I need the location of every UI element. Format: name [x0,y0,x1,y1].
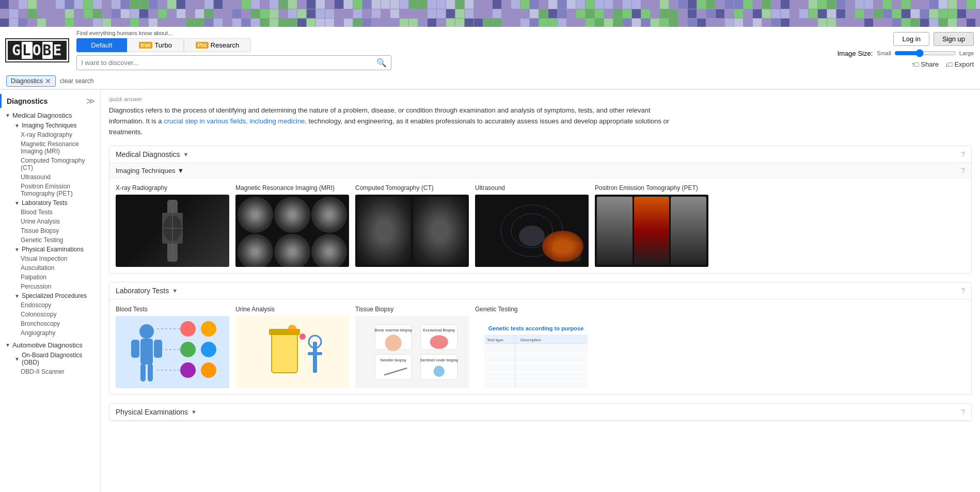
image-size-slider[interactable] [894,49,956,57]
sidebar-item-bronchoscopy[interactable]: Bronchoscopy [0,319,100,328]
subsection-arrow-imaging: ▼ [177,167,184,174]
image-ultrasound [475,195,589,267]
section-header-medical[interactable]: Medical Diagnostics ▼ ? [109,146,971,163]
sidebar-item-mri[interactable]: Magnetic Resonance Imaging (MRI) [0,139,100,156]
svg-point-11 [139,324,154,339]
section-lab-tests: Laboratory Tests ▼ ? Blood Tests [109,282,972,395]
sidebar-subcategory-specialized[interactable]: ▼ Specialized Procedures [0,291,100,300]
login-button[interactable]: Log in [893,32,929,46]
subsection-header-imaging: Imaging Techniques ▼ ? [109,163,971,178]
filter-tag-close[interactable]: ✕ [45,77,51,85]
sidebar-subcategory-lab[interactable]: ▼ Laboratory Tests [0,198,100,208]
sidebar-item-palpation[interactable]: Palpation [0,273,100,282]
sidebar-item-obd2[interactable]: OBD-II Scanner [0,367,100,376]
image-ct [355,195,469,267]
image-card-genetic[interactable]: Genetic Testing Genetic tests according … [475,306,589,388]
header-top: GLOBE Find everything humans know about.… [0,27,980,73]
svg-text:Needle biopsy: Needle biopsy [380,358,406,362]
sidebar-item-urine[interactable]: Urine Analysis [0,217,100,226]
quick-answer-label: quick answer [109,96,972,102]
filter-tag-diagnostics[interactable]: Diagnostics ✕ [6,75,56,87]
sidebar-collapse-button[interactable]: ≫ [86,96,95,106]
svg-point-37 [385,335,402,352]
sidebar-category-automotive[interactable]: ▼ Automotive Diagnostics [0,340,100,351]
imaging-techniques-grid: X-ray Radiography Magnetic Resonance Ima [109,178,971,273]
svg-text:Bone marrow biopsy: Bone marrow biopsy [374,328,412,333]
tab-turbo[interactable]: true Turbo [127,38,184,52]
svg-point-8 [519,226,545,246]
content-area: quick answer Diagnostics refers to the p… [101,90,980,492]
section-help-medical[interactable]: ? [961,150,965,158]
share-icon: ↑□ [911,60,919,68]
share-button[interactable]: ↑□ Share [911,60,939,68]
filter-row: Diagnostics ✕ clear search [0,73,980,89]
section-medical-diagnostics: Medical Diagnostics ▼ ? Imaging Techniqu… [109,146,972,274]
image-card-pet[interactable]: Positron Emission Tomography (PET) [595,184,708,267]
clear-search-link[interactable]: clear search [60,77,93,85]
svg-point-18 [201,321,216,337]
svg-text:Genetic tests according to pur: Genetic tests according to purpose [488,325,584,331]
svg-rect-29 [313,342,317,373]
svg-rect-52 [484,363,588,372]
svg-rect-9 [552,241,581,262]
image-card-biopsy[interactable]: Tissue Biopsy Bone marrow biopsy Excisio… [355,306,469,388]
sidebar-subcategory-physical[interactable]: ▼ Physical Examinations [0,245,100,254]
image-card-mri[interactable]: Magnetic Resonance Imaging (MRI) [235,184,349,267]
svg-point-19 [180,342,196,357]
tab-default[interactable]: Default [76,38,127,52]
sidebar-item-colonoscopy[interactable]: Colonoscopy [0,310,100,319]
svg-point-22 [201,362,216,378]
sidebar-title-row: Diagnostics ≫ [0,94,100,108]
sidebar-item-ct[interactable]: Computed Tomography (CT) [0,156,100,172]
image-size-row: Image Size: Small Large [837,49,974,57]
sidebar-item-visual[interactable]: Visual Inspection [0,254,100,263]
sidebar-item-angiography[interactable]: Angiography [0,328,100,338]
svg-point-33 [299,334,306,340]
section-header-lab[interactable]: Laboratory Tests ▼ ? [109,282,971,299]
sidebar-item-endoscopy[interactable]: Endoscopy [0,300,100,310]
export-button[interactable]: ↓□ Export [945,60,974,68]
sidebar-item-auscultation[interactable]: Auscultation [0,263,100,273]
sidebar-item-ultrasound[interactable]: Ultrasound [0,172,100,182]
sidebar-subcategory-obd[interactable]: ▼ On-Board Diagnostics (OBD) [0,351,100,367]
lab-tests-grid: Blood Tests [109,299,971,394]
image-card-urine[interactable]: Urine Analysis [235,306,349,388]
sidebar-subcategory-imaging[interactable]: ▼ Imaging Techniques [0,121,100,130]
sidebar-item-genetic[interactable]: Genetic Testing [0,235,100,245]
image-card-ct[interactable]: Computed Tomography (CT) [355,184,469,267]
svg-text:Description: Description [520,338,541,342]
sidebar-item-tissue[interactable]: Tissue Biopsy [0,226,100,235]
image-card-blood[interactable]: Blood Tests [116,306,229,388]
search-button[interactable]: 🔍 [376,58,387,68]
image-xray [116,195,229,267]
svg-rect-16 [148,363,153,382]
image-card-ultrasound[interactable]: Ultrasound [475,184,589,267]
signup-button[interactable]: Sign up [934,32,974,46]
svg-rect-51 [484,354,588,362]
sidebar-title: Diagnostics [7,97,48,105]
sidebar-item-pet[interactable]: Positron Emission Tomography (PET) [0,182,100,198]
section-help-physical[interactable]: ? [961,408,965,416]
sidebar-item-xray[interactable]: X-ray Radiography [0,130,100,139]
sidebar-item-percussion[interactable]: Percussion [0,282,100,291]
svg-rect-14 [154,340,162,358]
pro-badge-turbo: true [139,42,153,49]
svg-rect-30 [308,352,322,355]
tab-research[interactable]: Pro Research [184,38,251,52]
section-help-lab[interactable]: ? [961,287,965,295]
pixel-banner [0,0,980,27]
svg-point-17 [180,321,196,337]
sidebar: Diagnostics ≫ ▼ Medical Diagnostics ▼ Im… [0,90,101,492]
main-layout: Diagnostics ≫ ▼ Medical Diagnostics ▼ Im… [0,90,980,492]
image-card-xray[interactable]: X-ray Radiography [116,184,229,267]
section-header-physical[interactable]: Physical Examinations ▼ ? [109,404,971,421]
search-input[interactable] [81,59,376,67]
svg-point-32 [288,325,296,333]
image-urine [235,316,349,388]
section-arrow-lab: ▼ [172,288,178,294]
sidebar-category-medical[interactable]: ▼ Medical Diagnostics [0,110,100,121]
svg-text:Excisional Biopsy: Excisional Biopsy [423,328,455,333]
sidebar-item-blood[interactable]: Blood Tests [0,208,100,217]
subsection-help-imaging[interactable]: ? [961,166,965,174]
svg-rect-50 [484,345,588,353]
